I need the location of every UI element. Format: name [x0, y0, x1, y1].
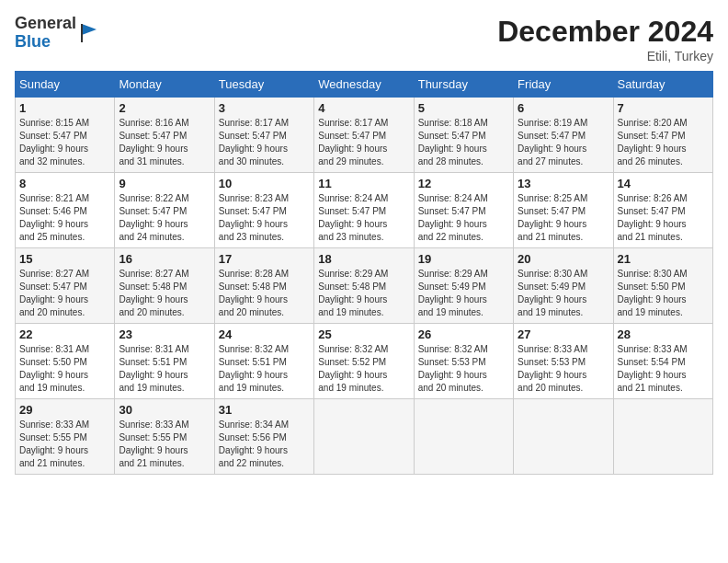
day-info: Sunrise: 8:27 AMSunset: 5:47 PMDaylight:…: [19, 268, 110, 319]
page-header: General Blue December 2024 Etili, Turkey: [15, 15, 713, 63]
logo: General Blue: [15, 15, 100, 52]
calendar-day-cell: 28Sunrise: 8:33 AMSunset: 5:54 PMDayligh…: [613, 324, 712, 399]
day-info: Sunrise: 8:17 AMSunset: 5:47 PMDaylight:…: [219, 117, 310, 168]
day-number: 28: [618, 327, 709, 341]
logo-text-block: General Blue: [15, 15, 100, 52]
day-number: 18: [318, 252, 409, 266]
day-info: Sunrise: 8:30 AMSunset: 5:50 PMDaylight:…: [618, 268, 709, 319]
calendar-day-cell: 19Sunrise: 8:29 AMSunset: 5:49 PMDayligh…: [414, 248, 513, 324]
day-number: 19: [418, 252, 509, 266]
day-number: 5: [418, 101, 509, 115]
logo-flag-icon: [78, 22, 100, 44]
day-info: Sunrise: 8:25 AMSunset: 5:47 PMDaylight:…: [518, 192, 609, 244]
day-info: Sunrise: 8:16 AMSunset: 5:47 PMDaylight:…: [119, 117, 210, 168]
day-info: Sunrise: 8:24 AMSunset: 5:47 PMDaylight:…: [418, 192, 509, 244]
day-info: Sunrise: 8:33 AMSunset: 5:53 PMDaylight:…: [518, 343, 609, 395]
calendar-day-cell: 4Sunrise: 8:17 AMSunset: 5:47 PMDaylight…: [314, 98, 414, 173]
day-info: Sunrise: 8:26 AMSunset: 5:47 PMDaylight:…: [618, 192, 709, 244]
day-info: Sunrise: 8:34 AMSunset: 5:56 PMDaylight:…: [219, 419, 310, 470]
day-info: Sunrise: 8:32 AMSunset: 5:51 PMDaylight:…: [219, 343, 310, 395]
calendar-day-cell: 10Sunrise: 8:23 AMSunset: 5:47 PMDayligh…: [214, 173, 313, 248]
calendar-week-row: 8Sunrise: 8:21 AMSunset: 5:46 PMDaylight…: [16, 173, 713, 248]
day-number: 4: [318, 101, 409, 115]
calendar-week-row: 15Sunrise: 8:27 AMSunset: 5:47 PMDayligh…: [16, 248, 713, 324]
column-header-wednesday: Wednesday: [314, 72, 414, 98]
calendar-week-row: 1Sunrise: 8:15 AMSunset: 5:47 PMDaylight…: [16, 98, 713, 173]
day-info: Sunrise: 8:32 AMSunset: 5:52 PMDaylight:…: [318, 343, 409, 395]
day-info: Sunrise: 8:33 AMSunset: 5:55 PMDaylight:…: [19, 419, 110, 470]
day-number: 31: [219, 403, 310, 417]
day-number: 17: [219, 252, 310, 266]
day-info: Sunrise: 8:33 AMSunset: 5:54 PMDaylight:…: [618, 343, 709, 395]
day-info: Sunrise: 8:17 AMSunset: 5:47 PMDaylight:…: [318, 117, 409, 168]
day-info: Sunrise: 8:18 AMSunset: 5:47 PMDaylight:…: [418, 117, 509, 168]
day-number: 2: [119, 101, 210, 115]
calendar-day-cell: 31Sunrise: 8:34 AMSunset: 5:56 PMDayligh…: [214, 399, 313, 475]
calendar-day-cell: 15Sunrise: 8:27 AMSunset: 5:47 PMDayligh…: [16, 248, 115, 324]
column-header-friday: Friday: [514, 72, 613, 98]
column-header-saturday: Saturday: [613, 72, 712, 98]
day-number: 10: [219, 177, 310, 190]
calendar-day-cell: 26Sunrise: 8:32 AMSunset: 5:53 PMDayligh…: [414, 324, 513, 399]
day-info: Sunrise: 8:31 AMSunset: 5:51 PMDaylight:…: [119, 343, 210, 395]
calendar-day-cell: 27Sunrise: 8:33 AMSunset: 5:53 PMDayligh…: [514, 324, 613, 399]
calendar-day-cell: 25Sunrise: 8:32 AMSunset: 5:52 PMDayligh…: [314, 324, 414, 399]
day-info: Sunrise: 8:31 AMSunset: 5:50 PMDaylight:…: [19, 343, 110, 395]
calendar-day-cell: 30Sunrise: 8:33 AMSunset: 5:55 PMDayligh…: [115, 399, 214, 475]
day-info: Sunrise: 8:23 AMSunset: 5:47 PMDaylight:…: [219, 192, 310, 244]
logo-general: General: [15, 14, 76, 32]
day-info: Sunrise: 8:29 AMSunset: 5:48 PMDaylight:…: [318, 268, 409, 319]
calendar-day-cell: 13Sunrise: 8:25 AMSunset: 5:47 PMDayligh…: [514, 173, 613, 248]
calendar-day-cell: 17Sunrise: 8:28 AMSunset: 5:48 PMDayligh…: [214, 248, 313, 324]
calendar-day-cell: 5Sunrise: 8:18 AMSunset: 5:47 PMDaylight…: [414, 98, 513, 173]
day-number: 23: [119, 327, 210, 341]
day-info: Sunrise: 8:29 AMSunset: 5:49 PMDaylight:…: [418, 268, 509, 319]
day-number: 7: [618, 101, 709, 115]
day-number: 9: [119, 177, 210, 190]
calendar-day-cell: 1Sunrise: 8:15 AMSunset: 5:47 PMDaylight…: [16, 98, 115, 173]
calendar-day-cell: 12Sunrise: 8:24 AMSunset: 5:47 PMDayligh…: [414, 173, 513, 248]
calendar-day-cell: [314, 399, 414, 475]
calendar-table: SundayMondayTuesdayWednesdayThursdayFrid…: [15, 71, 713, 475]
day-number: 16: [119, 252, 210, 266]
day-number: 13: [518, 177, 609, 190]
column-header-thursday: Thursday: [414, 72, 513, 98]
day-info: Sunrise: 8:20 AMSunset: 5:47 PMDaylight:…: [618, 117, 709, 168]
day-info: Sunrise: 8:33 AMSunset: 5:55 PMDaylight:…: [119, 419, 210, 470]
day-number: 24: [219, 327, 310, 341]
logo-blue: Blue: [15, 32, 51, 51]
day-number: 1: [19, 101, 110, 115]
svg-marker-0: [82, 24, 97, 35]
calendar-day-cell: [514, 399, 613, 475]
calendar-day-cell: [414, 399, 513, 475]
day-info: Sunrise: 8:21 AMSunset: 5:46 PMDaylight:…: [19, 192, 110, 244]
calendar-day-cell: 20Sunrise: 8:30 AMSunset: 5:49 PMDayligh…: [514, 248, 613, 324]
calendar-day-cell: 18Sunrise: 8:29 AMSunset: 5:48 PMDayligh…: [314, 248, 414, 324]
day-number: 27: [518, 327, 609, 341]
day-number: 22: [19, 327, 110, 341]
day-number: 15: [19, 252, 110, 266]
calendar-day-cell: 14Sunrise: 8:26 AMSunset: 5:47 PMDayligh…: [613, 173, 712, 248]
day-info: Sunrise: 8:32 AMSunset: 5:53 PMDaylight:…: [418, 343, 509, 395]
location-label: Etili, Turkey: [497, 49, 713, 63]
month-year-title: December 2024: [497, 15, 713, 49]
day-info: Sunrise: 8:22 AMSunset: 5:47 PMDaylight:…: [119, 192, 210, 244]
calendar-day-cell: 11Sunrise: 8:24 AMSunset: 5:47 PMDayligh…: [314, 173, 414, 248]
calendar-day-cell: 9Sunrise: 8:22 AMSunset: 5:47 PMDaylight…: [115, 173, 214, 248]
calendar-day-cell: 6Sunrise: 8:19 AMSunset: 5:47 PMDaylight…: [514, 98, 613, 173]
day-number: 11: [318, 177, 409, 190]
calendar-day-cell: 2Sunrise: 8:16 AMSunset: 5:47 PMDaylight…: [115, 98, 214, 173]
calendar-week-row: 22Sunrise: 8:31 AMSunset: 5:50 PMDayligh…: [16, 324, 713, 399]
day-number: 26: [418, 327, 509, 341]
header-row: SundayMondayTuesdayWednesdayThursdayFrid…: [16, 72, 713, 98]
day-number: 20: [518, 252, 609, 266]
column-header-tuesday: Tuesday: [214, 72, 313, 98]
day-info: Sunrise: 8:28 AMSunset: 5:48 PMDaylight:…: [219, 268, 310, 319]
calendar-week-row: 29Sunrise: 8:33 AMSunset: 5:55 PMDayligh…: [16, 399, 713, 475]
title-block: December 2024 Etili, Turkey: [497, 15, 713, 63]
day-number: 14: [618, 177, 709, 190]
day-info: Sunrise: 8:27 AMSunset: 5:48 PMDaylight:…: [119, 268, 210, 319]
calendar-day-cell: 16Sunrise: 8:27 AMSunset: 5:48 PMDayligh…: [115, 248, 214, 324]
calendar-day-cell: 29Sunrise: 8:33 AMSunset: 5:55 PMDayligh…: [16, 399, 115, 475]
calendar-day-cell: 7Sunrise: 8:20 AMSunset: 5:47 PMDaylight…: [613, 98, 712, 173]
